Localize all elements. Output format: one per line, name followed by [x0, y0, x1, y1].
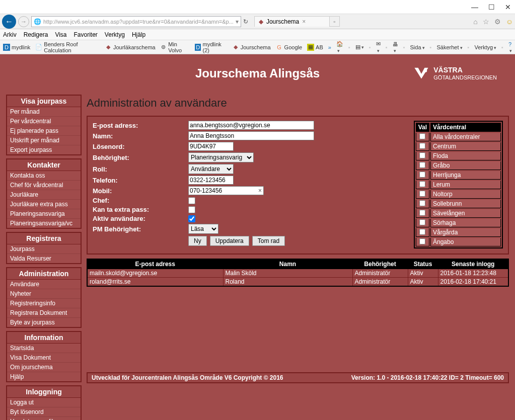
sidebar-item[interactable]: Jourläkare	[7, 190, 81, 200]
chef-checkbox[interactable]	[188, 197, 195, 204]
vc-checkbox[interactable]	[419, 143, 425, 149]
sidebar-item[interactable]: Per månad	[7, 107, 81, 117]
favorites-icon[interactable]: ☆	[483, 18, 489, 26]
refresh-button[interactable]: ↻	[243, 18, 248, 25]
fav-google[interactable]: GGoogle	[276, 44, 302, 51]
vc-checkbox[interactable]	[419, 162, 425, 168]
sidebar-item[interactable]: Startsida	[7, 344, 81, 353]
minimize-button[interactable]: —	[471, 3, 478, 11]
email-input[interactable]	[188, 121, 314, 130]
sidebar-item[interactable]: Chef för vårdcentral	[7, 181, 81, 190]
vc-name-cell[interactable]: Floda	[430, 152, 501, 160]
sidebar-item[interactable]: Export jourpass	[7, 145, 81, 154]
vc-name-cell[interactable]: Gråbo	[430, 161, 501, 170]
telefon-input[interactable]	[188, 176, 234, 185]
vc-name-cell[interactable]: Sollebrunn	[430, 200, 501, 208]
user-row[interactable]: mailn.skold@vgregion.seMalin SköldAdmini…	[87, 269, 508, 278]
vc-checkbox[interactable]	[419, 152, 425, 158]
vc-checkbox[interactable]	[419, 210, 425, 216]
dropdown-icon[interactable]: ▾	[236, 18, 239, 25]
sidebar-item[interactable]: Användare	[7, 280, 81, 289]
vc-name-cell[interactable]: Centrum	[430, 142, 501, 151]
mobil-input[interactable]	[188, 186, 264, 195]
fav-mydlink[interactable]: Dmydlink	[3, 44, 30, 51]
vc-name-cell[interactable]: Noltorp	[430, 190, 501, 199]
settings-icon[interactable]: ⚙	[494, 18, 501, 26]
fav-jourlakarschema[interactable]: ◆Jourläkarschema	[105, 44, 156, 51]
sidebar-item[interactable]: Byte av jourpass	[7, 318, 81, 327]
pm-select[interactable]: Läsa	[188, 224, 218, 234]
vc-checkbox[interactable]	[419, 133, 425, 139]
vc-checkbox[interactable]	[419, 219, 425, 225]
fav-jourschema[interactable]: ◆Jourschema	[232, 44, 271, 51]
sidebar-item[interactable]: Jourpass	[7, 244, 81, 254]
nav-back-button[interactable]: ←	[2, 15, 16, 29]
sidebar-item[interactable]: Byt lösenord	[7, 407, 81, 417]
vc-checkbox[interactable]	[419, 238, 425, 244]
sidebar-item[interactable]: Logga ut	[7, 398, 81, 407]
menu-favoriter[interactable]: Favoriter	[74, 31, 98, 38]
vc-name-cell[interactable]: Sävelången	[430, 209, 501, 218]
fav-benders[interactable]: 📄Benders Roof Calculation	[35, 41, 100, 53]
vc-checkbox[interactable]	[419, 200, 425, 206]
maximize-button[interactable]: ☐	[488, 3, 495, 11]
vc-checkbox[interactable]	[419, 181, 425, 187]
toolbar-feed-dropdown[interactable]: ▤	[355, 44, 364, 50]
toolbar-home-dropdown[interactable]: 🏠	[336, 41, 343, 53]
fav-ab[interactable]: ▦AB	[307, 44, 323, 51]
sidebar-item[interactable]: Registrera Dokument	[7, 308, 81, 318]
home-icon[interactable]: ⌂	[473, 18, 477, 26]
ny-button[interactable]: Ny	[188, 236, 207, 246]
close-button[interactable]: ✕	[505, 3, 511, 11]
vc-checkbox[interactable]	[419, 191, 425, 197]
toolbar-mail-dropdown[interactable]: ✉	[376, 41, 381, 53]
extra-checkbox[interactable]	[188, 206, 195, 213]
sidebar-item[interactable]: Hjälp	[7, 372, 81, 381]
tab-close-icon[interactable]: ×	[302, 18, 306, 25]
behorighet-select[interactable]: Planeringsansvarig	[188, 152, 254, 162]
sidebar-item[interactable]: Nyheter	[7, 289, 81, 299]
toolbar-help-icon[interactable]: ?	[508, 41, 512, 53]
vc-name-cell[interactable]: Ängabo	[430, 238, 501, 246]
vc-name-cell[interactable]: Vårgårda	[430, 228, 501, 237]
sidebar-item[interactable]: Visa Dokument	[7, 353, 81, 363]
toolbar-sida[interactable]: Sida	[410, 44, 425, 50]
sidebar-item[interactable]: Planeringsansvariga/vc	[7, 219, 81, 228]
fav-mydlink2[interactable]: Dmydlink (2)	[195, 41, 227, 53]
menu-arkiv[interactable]: Arkiv	[3, 31, 17, 38]
vc-name-cell[interactable]: Lerum	[430, 181, 501, 189]
toolbar-verktyg[interactable]: Verktyg	[474, 44, 496, 50]
menu-hjalp[interactable]: Hjälp	[132, 31, 145, 38]
sidebar-item[interactable]: Uppdatera profil	[7, 417, 81, 420]
sidebar-item[interactable]: Per vårdcentral	[7, 117, 81, 126]
browser-tab[interactable]: ◆ Jourschema ×	[254, 16, 330, 27]
sidebar-item[interactable]: Registreringsinfo	[7, 299, 81, 308]
sidebar-item[interactable]: Planeringsansvariga	[7, 209, 81, 219]
aktiv-checkbox[interactable]	[188, 215, 195, 222]
losenord-input[interactable]	[188, 142, 234, 151]
fav-minvolvo[interactable]: ⊜Min Volvo	[161, 41, 190, 53]
vc-name-cell[interactable]: Sörhaga	[430, 219, 501, 227]
vc-name-cell[interactable]: Herrljunga	[430, 171, 501, 180]
clear-mobil-icon[interactable]: ×	[258, 187, 262, 194]
sidebar-item[interactable]: Ej planerade pass	[7, 126, 81, 136]
vc-checkbox[interactable]	[419, 229, 425, 235]
menu-visa[interactable]: Visa	[55, 31, 66, 38]
tomrad-button[interactable]: Tom rad	[252, 236, 285, 246]
roll-select[interactable]: Användare	[188, 164, 234, 174]
smiley-icon[interactable]: ☺	[506, 18, 513, 26]
sidebar-item[interactable]: Valda Resurser	[7, 254, 81, 263]
uppdatera-button[interactable]: Uppdatera	[210, 236, 249, 246]
menu-verktyg[interactable]: Verktyg	[105, 31, 125, 38]
sidebar-item[interactable]: Kontakta oss	[7, 171, 81, 181]
namn-input[interactable]	[188, 131, 314, 140]
more-chevron-icon[interactable]: »	[328, 44, 331, 50]
vc-name-cell[interactable]: Alla vårdcentraler	[430, 133, 501, 141]
vc-checkbox[interactable]	[419, 172, 425, 178]
user-row[interactable]: roland@rrits.seRolandAdministratörAktiv2…	[87, 278, 508, 287]
sidebar-item[interactable]: Utskrift per månad	[7, 136, 81, 145]
new-tab-button[interactable]: ▫	[330, 16, 340, 27]
sidebar-item[interactable]: Om jourschema	[7, 363, 81, 372]
url-input[interactable]: 🌐 http://www.jcv6.se/anvadm.asp?uppdat=t…	[31, 16, 241, 27]
toolbar-print-dropdown[interactable]: 🖶	[393, 41, 398, 53]
